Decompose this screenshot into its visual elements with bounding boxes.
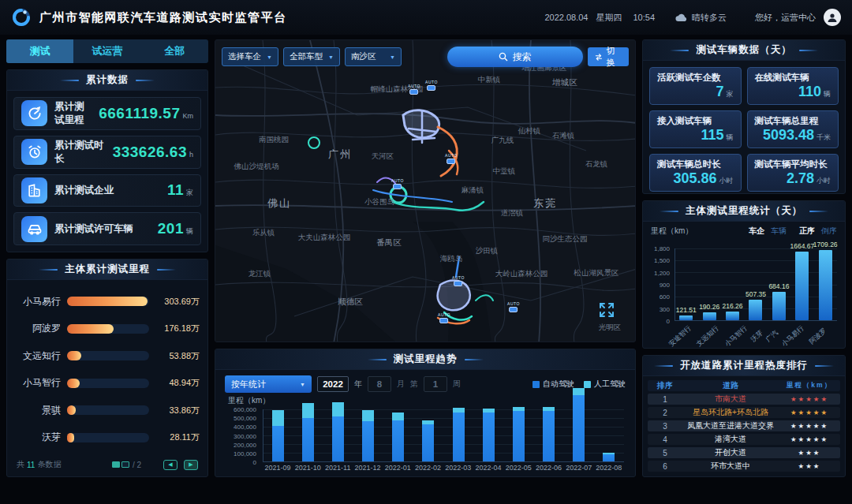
column-header: 排序 — [648, 380, 682, 391]
trend-x-label: 2022-06 — [536, 464, 562, 476]
greeting-text: 您好，运营中心 — [755, 12, 816, 24]
daily-bar: 507.35 — [749, 300, 762, 320]
card-value-wrap: 115辆 — [701, 127, 733, 144]
year-input[interactable]: 2022 — [317, 376, 349, 392]
trend-bar — [272, 410, 284, 461]
switch-button[interactable]: 切换 — [588, 47, 629, 66]
trend-x-label: 2021-12 — [355, 464, 381, 476]
column-header: 道路 — [682, 380, 779, 391]
tab-全部[interactable]: 全部 — [141, 39, 208, 63]
entity-bar-track — [67, 405, 149, 415]
filter-dropdown-选择车企[interactable]: 选择车企▼ — [222, 47, 278, 66]
auto-drive-segment — [392, 420, 404, 461]
car-marker-icon — [447, 159, 456, 164]
daily-bar: 684.16 — [772, 292, 786, 320]
daily-bar-value: 507.35 — [746, 290, 766, 298]
panel-header: 开放道路累计里程热度排行 — [643, 356, 845, 376]
stat-value: 11 — [167, 181, 184, 199]
center-column: 帽峰山森林公园增江画廊景区增城区中新镇仙村镇石滩镇广九线石龙镇中堂镇麻涌镇东莞道… — [215, 39, 636, 477]
map-panel[interactable]: 帽峰山森林公园增江画廊景区增城区中新镇仙村镇石滩镇广九线石龙镇中堂镇麻涌镇东莞道… — [215, 39, 636, 342]
vehicle-marker[interactable]: AUTO — [452, 275, 465, 286]
next-page-icon[interactable]: ▶ — [184, 460, 198, 470]
chevron-down-icon: ▼ — [267, 54, 272, 60]
daily-bar: 1664.67 — [795, 252, 809, 320]
vehicle-marker[interactable]: AUTO — [445, 153, 458, 164]
vehicle-marker[interactable]: AUTO — [391, 178, 404, 189]
road-name-cell: 市南大道 — [682, 394, 779, 405]
rank-cell: 1 — [648, 395, 682, 404]
card-value-wrap: 5093.48千米 — [763, 127, 831, 144]
car-marker-icon — [410, 89, 419, 95]
bar-fill — [679, 315, 693, 320]
card-value: 305.86 — [673, 170, 716, 187]
entity-name: 沃芽 — [15, 431, 61, 444]
prev-page-icon[interactable]: ◀ — [163, 460, 178, 470]
daily-bar-value: 1709.26 — [813, 241, 838, 248]
entity-name: 小马智行 — [15, 376, 61, 390]
star-rating: ★★★ — [779, 462, 840, 470]
cumulative-stats: 累计测试里程6661119.57Km累计测试时长333626.63h累计测试企业… — [7, 91, 207, 252]
page-indicator: / 2 — [112, 461, 141, 469]
table-row[interactable]: 4港湾大道★★★★★ — [648, 434, 840, 445]
entity-name: 小马易行 — [15, 295, 61, 308]
filter-dropdown-全部车型[interactable]: 全部车型▼ — [283, 47, 340, 66]
map-place-label: 沙田镇 — [476, 246, 499, 256]
toggle-车企[interactable]: 车企 — [749, 226, 764, 237]
map-place-label: 增城区 — [552, 77, 577, 88]
table-row[interactable]: 5开创大道★★★ — [648, 447, 840, 458]
entity-name: 阿波罗 — [15, 322, 61, 335]
toggle-倒序[interactable]: 倒序 — [821, 226, 837, 237]
star-rating: ★★★★★ — [779, 435, 840, 443]
filter-dropdown-南沙区[interactable]: 南沙区▼ — [345, 47, 402, 66]
rank-cell: 3 — [648, 422, 682, 431]
fullscreen-expand-icon[interactable] — [599, 302, 615, 321]
entity-name: 景骐 — [15, 404, 61, 417]
stat-value: 333626.63 — [113, 144, 187, 161]
entity-daily-panel: 主体测试里程统计（天） 里程（km） 车企车辆 正序倒序 1,8001,5001… — [642, 200, 846, 349]
stat-label: 累计测试许可车辆 — [54, 222, 133, 236]
table-row[interactable]: 1市南大道★★★★★ — [648, 394, 840, 405]
tab-试运营[interactable]: 试运营 — [73, 39, 140, 63]
vehicle-cards: 活跃测试车企数7家在线测试车辆110辆接入测试车辆115辆测试车辆总里程5093… — [643, 61, 845, 194]
user-avatar-icon[interactable] — [824, 9, 841, 26]
search-button[interactable]: 搜索 — [447, 47, 583, 67]
daily-bar-value: 1664.67 — [790, 242, 814, 250]
tab-测试[interactable]: 测试 — [6, 39, 73, 63]
map-toolbar: 选择车企▼全部车型▼南沙区▼ 搜索 切换 — [222, 47, 629, 67]
auto-drive-segment — [603, 454, 615, 461]
vehicle-marker[interactable]: AUTO — [408, 84, 420, 95]
table-row[interactable]: 6环市大道中★★★ — [648, 461, 840, 472]
map-place-label: 大夫山森林公园 — [298, 233, 351, 243]
week-input[interactable]: 1 — [424, 376, 447, 392]
toggle-正序[interactable]: 正序 — [799, 226, 815, 237]
star-rating: ★★★★★ — [779, 395, 840, 403]
panel-title: 累计数据 — [86, 73, 129, 87]
trend-bar — [543, 407, 555, 461]
legend-swatch — [532, 381, 540, 388]
entity-bar-row: 阿波罗176.18万 — [15, 315, 200, 343]
vehicle-marker[interactable]: AUTO — [425, 80, 438, 91]
table-row[interactable]: 3凤凰大道至进港大道交界★★★★★ — [648, 420, 840, 431]
card-label: 测试车辆总时长 — [657, 159, 734, 170]
table-row[interactable]: 2星岛环北路+环岛北路★★★★★ — [648, 407, 840, 418]
stat-mode-select[interactable]: 按年统计 ▼ — [225, 375, 312, 393]
auto-drive-segment — [362, 421, 374, 461]
car-marker-icon — [394, 184, 402, 189]
vehicle-marker[interactable]: AUTO — [507, 301, 520, 312]
map-place-label: 麻涌镇 — [462, 185, 484, 196]
auto-label: AUTO — [408, 84, 420, 88]
header-line-left — [60, 80, 79, 81]
toggle-车辆[interactable]: 车辆 — [771, 226, 787, 237]
vehicle-marker[interactable]: AUTO — [438, 312, 450, 323]
panel-header: 测试车辆数据（天） — [643, 40, 845, 61]
road-name-cell: 环市大道中 — [682, 461, 779, 472]
map-place-label: 顺德区 — [338, 297, 363, 308]
month-input[interactable]: 8 — [368, 376, 391, 392]
entity-bar-fill — [67, 324, 114, 334]
switch-icon — [595, 53, 603, 62]
pagination: 共 11 条数据 / 2 ◀ ▶ — [7, 453, 207, 476]
trend-panel: 测试里程趋势 按年统计 ▼ 2022 年 8 月 第 1 周 自动驾驶人工驾驶 — [215, 349, 636, 477]
entity-bar-track — [67, 351, 149, 360]
bar-fill — [703, 312, 716, 320]
card-unit: 辆 — [824, 89, 831, 99]
